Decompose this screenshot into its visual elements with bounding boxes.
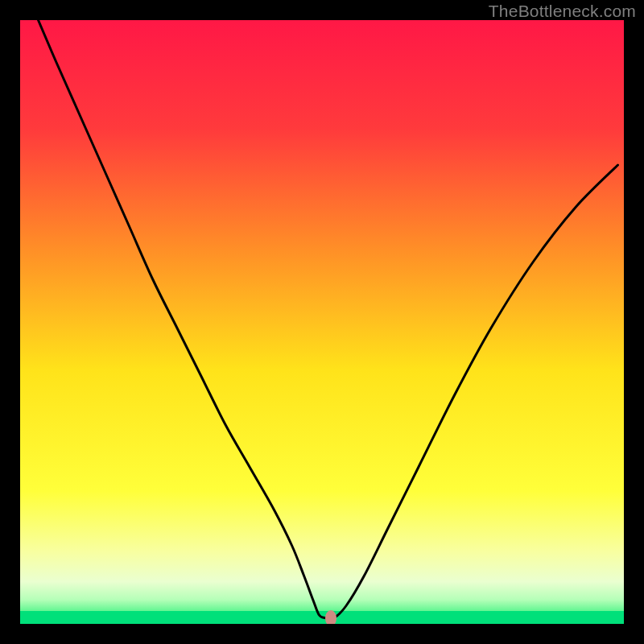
plot-area	[20, 20, 624, 624]
attribution-label: TheBottleneck.com	[489, 2, 636, 21]
bottleneck-curve	[39, 20, 618, 619]
curve-layer	[20, 20, 624, 624]
optimal-point-marker	[325, 610, 336, 625]
chart-frame: TheBottleneck.com	[0, 0, 644, 644]
